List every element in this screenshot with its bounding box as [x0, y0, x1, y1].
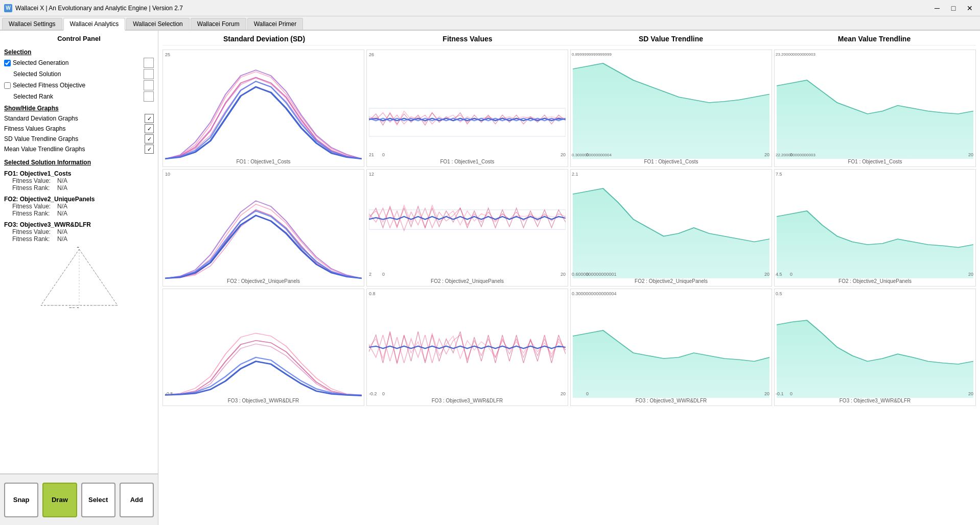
- selected-solution-label: Selected Solution: [13, 70, 61, 78]
- sd-trend-fo2-label: FO2 : Objective2_UniquePanels: [635, 278, 708, 284]
- close-button[interactable]: ✕: [964, 3, 976, 13]
- mv-trend-fo1-ymin: 22.200000000000003: [776, 153, 815, 157]
- fo3-title: FO3: Objective3_WWR&DLFR: [4, 221, 154, 228]
- mv-trend-fo3-xstart: 0: [790, 391, 792, 396]
- fv-graphs-label: Fitness Values Graphs: [4, 125, 66, 132]
- fv-fo2-xmax: 20: [561, 272, 566, 277]
- svg-marker-9: [573, 63, 769, 159]
- selected-fitness-value-box: [144, 80, 154, 90]
- triangle-chart: 1 0 FO 3: [4, 243, 154, 312]
- chart-grid: 25 FO1 : Objective1_Costs 26 21: [162, 50, 976, 406]
- tab-analytics[interactable]: Wallacei Analytics: [63, 18, 126, 31]
- control-panel: Control Panel Selection Selected Generat…: [0, 31, 158, 474]
- sd-fo2-label: FO2 : Objective2_UniquePanels: [227, 278, 300, 284]
- sd-chart-fo2: 10 FO2 : Objective2_UniquePanels: [162, 169, 364, 287]
- fo3-fitness-rank: N/A: [57, 235, 67, 243]
- mv-trend-fo1-xstart: 0: [790, 152, 792, 157]
- fo1-fitness-value-label: Fitness Value:: [12, 177, 53, 184]
- control-panel-header: Control Panel: [4, 35, 154, 44]
- sd-trend-fo1-ymin: 0.3000000000000004: [572, 153, 612, 157]
- svg-marker-10: [777, 80, 973, 159]
- fo2-fitness-value-row: Fitness Value: N/A: [12, 203, 154, 210]
- left-panel: Control Panel Selection Selected Generat…: [0, 31, 158, 525]
- selection-section-title: Selection: [4, 49, 154, 56]
- sd-fo3-label: FO3 : Objective3_WWR&DLFR: [228, 398, 299, 403]
- sd-trend-fo2-ymin: 0.6000000000000001: [572, 272, 617, 277]
- sd-trend-fo2-xmax: 20: [764, 272, 769, 277]
- tab-bar: Wallacei Settings Wallacei Analytics Wal…: [0, 16, 980, 31]
- mv-trendline-checkbox[interactable]: ✓: [145, 145, 154, 154]
- fo1-title: FO1: Objective1_Costs: [4, 170, 154, 177]
- sd-trendline-fo3: 0.3000000000000004 0 20 FO3 : Objective3…: [570, 289, 772, 406]
- fv-fo2-ymax: 12: [369, 172, 374, 177]
- sd-trendline-checkbox[interactable]: ✓: [145, 134, 154, 144]
- selected-fitness-label: Selected Fitness Objective: [13, 82, 85, 89]
- tab-forum[interactable]: Wallacei Forum: [191, 18, 246, 30]
- fv-fo3-xstart: 0: [382, 391, 385, 396]
- fo2-fitness-rank: N/A: [57, 210, 67, 217]
- svg-marker-13: [777, 211, 973, 278]
- selected-generation-checkbox[interactable]: [4, 60, 11, 66]
- sd-trend-fo3-label: FO3 : Objective3_WWR&DLFR: [636, 398, 707, 403]
- fv-fo1-label: FO1 : Objective1_Costs: [440, 159, 494, 164]
- sd-trend-fo2-xstart: 0: [586, 272, 589, 277]
- selected-generation-value-box: [144, 58, 154, 68]
- fo3-fitness-rank-row: Fitness Rank: N/A: [12, 235, 154, 243]
- selected-fitness-checkbox[interactable]: [4, 82, 11, 89]
- sd-trendline-label: SD Value Trendline Graphs: [4, 135, 78, 142]
- fv-fo3-label: FO3 : Objective3_WWR&DLFR: [432, 398, 503, 403]
- fv-chart-fo3: 0.8 -0.2 0 20 FO3 : Objective3_WWR&DLFR: [366, 289, 568, 406]
- fo2-fitness-value: N/A: [57, 203, 67, 210]
- fo2-fitness-value-label: Fitness Value:: [12, 203, 53, 210]
- fo1-block: FO1: Objective1_Costs Fitness Value: N/A…: [4, 170, 154, 192]
- sd-trend-fo3-ymax: 0.3000000000000004: [572, 291, 617, 296]
- svg-text:1: 1: [77, 247, 79, 249]
- sd-fo2-ymax: 10: [165, 172, 170, 177]
- mv-trend-fo1-ymax: 23.200000000000003: [776, 52, 815, 57]
- sd-trend-fo2-ymax: 2.1: [572, 172, 578, 177]
- sd-trendline-row: SD Value Trendline Graphs ✓: [4, 134, 154, 144]
- mv-trend-fo2-xmax: 20: [968, 272, 973, 277]
- sd-chart-fo1: 25 FO1 : Objective1_Costs: [162, 50, 364, 167]
- mv-trend-fo3-xmax: 20: [968, 391, 973, 396]
- sd-trend-fo1-xstart: 0: [586, 152, 589, 157]
- svg-marker-12: [573, 188, 769, 278]
- mv-trend-fo3-ymax: 0.5: [776, 291, 782, 296]
- fo2-fitness-rank-label: Fitness Rank:: [12, 210, 53, 217]
- maximize-button[interactable]: □: [947, 3, 960, 13]
- tab-settings[interactable]: Wallacei Settings: [2, 18, 62, 30]
- draw-button[interactable]: Draw: [42, 483, 77, 517]
- fo3-block: FO3: Objective3_WWR&DLFR Fitness Value: …: [4, 221, 154, 243]
- selected-rank-label: Selected Rank: [13, 93, 53, 100]
- add-button[interactable]: Add: [120, 483, 154, 517]
- fo2-title: FO2: Objective2_UniquePanels: [4, 196, 154, 203]
- tab-primer[interactable]: Wallacei Primer: [247, 18, 304, 30]
- mv-trendline-label: Mean Value Trendline Graphs: [4, 146, 85, 153]
- title-bar: W Wallacei X | An Evolutionary and Analy…: [0, 0, 980, 16]
- minimize-button[interactable]: ─: [931, 3, 943, 13]
- fv-graphs-checkbox[interactable]: ✓: [145, 124, 154, 133]
- sd-trend-fo3-xmax: 20: [764, 391, 769, 396]
- sd-trend-fo3-xstart: 0: [586, 391, 589, 396]
- mv-trend-fo1-xmax: 20: [968, 152, 973, 157]
- snap-button[interactable]: Snap: [4, 483, 38, 517]
- sd-chart-fo3: -0.5 FO3 : Objective3_WWR&DLFR: [162, 289, 364, 406]
- select-button[interactable]: Select: [81, 483, 115, 517]
- fv-fo1-xstart: 0: [382, 152, 385, 157]
- sd-trend-fo1-xmax: 20: [764, 152, 769, 157]
- bottom-bar: Snap Draw Select Add: [0, 474, 158, 525]
- mv-trend-fo2-xstart: 0: [790, 272, 792, 277]
- tab-selection[interactable]: Wallacei Selection: [126, 18, 190, 30]
- fo1-fitness-rank: N/A: [57, 184, 67, 192]
- fo3-fitness-rank-label: Fitness Rank:: [12, 235, 53, 243]
- sd-fo1-ymax: 25: [165, 52, 170, 57]
- mv-trend-fo2-ymin: 4.5: [776, 272, 782, 277]
- sd-graphs-checkbox[interactable]: ✓: [145, 114, 154, 123]
- mv-trendline-header: Mean Value Trendline: [773, 35, 976, 43]
- fv-chart-fo2: 12 2 0 20 FO2 : Objective2_UniquePanels: [366, 169, 568, 287]
- charts-header: Standard Deviation (SD) Fitness Values S…: [162, 35, 976, 45]
- fv-fo2-label: FO2 : Objective2_UniquePanels: [431, 278, 504, 284]
- fo2-fitness-rank-row: Fitness Rank: N/A: [12, 210, 154, 217]
- fv-fo2-xstart: 0: [382, 272, 385, 277]
- selected-solution-value-box: [144, 69, 154, 79]
